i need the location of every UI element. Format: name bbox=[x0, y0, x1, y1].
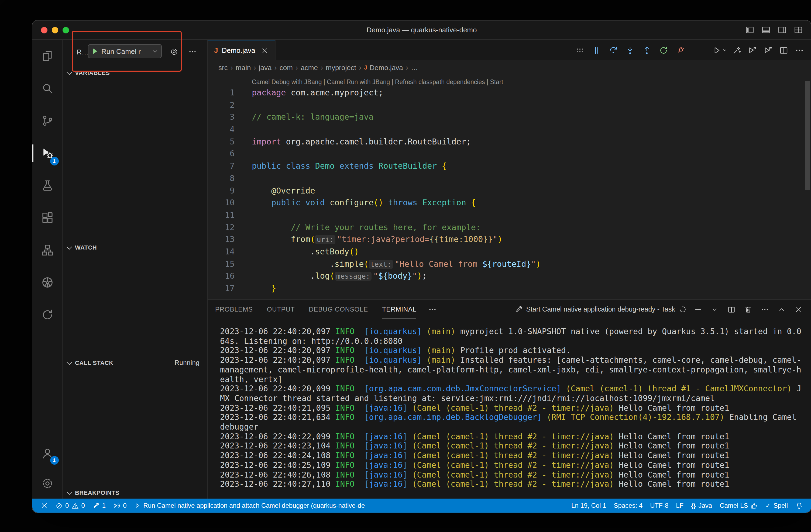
close-tab-icon[interactable] bbox=[261, 47, 269, 54]
toolbar-drag-handle[interactable] bbox=[572, 43, 587, 58]
encoding-status[interactable]: UTF-8 bbox=[646, 499, 672, 513]
notifications-button[interactable] bbox=[792, 499, 807, 513]
section-breakpoints[interactable]: BREAKPOINTS bbox=[63, 487, 207, 499]
activitybar-search[interactable] bbox=[32, 72, 62, 105]
camel-debug-button[interactable] bbox=[761, 43, 774, 58]
activitybar-testing[interactable] bbox=[32, 169, 62, 202]
section-call-stack[interactable]: CALL STACKRunning bbox=[63, 357, 207, 369]
breadcrumb-item[interactable]: src bbox=[218, 63, 228, 72]
editor-more-actions-button[interactable] bbox=[793, 43, 806, 58]
close-window-button[interactable] bbox=[41, 27, 47, 33]
breadcrumb-item[interactable]: main bbox=[236, 63, 251, 72]
tab-demo-java[interactable]: J Demo.java bbox=[208, 40, 276, 60]
code-line[interactable]: 6 bbox=[208, 148, 811, 160]
toggle-secondary-sidebar-button[interactable] bbox=[777, 25, 787, 35]
activitybar-explorer[interactable] bbox=[32, 40, 62, 72]
maximize-panel-button[interactable] bbox=[776, 304, 787, 315]
panel-more-actions-button[interactable] bbox=[759, 304, 770, 315]
debug-settings-button[interactable] bbox=[169, 47, 179, 57]
codelens-actions[interactable]: Camel Debug with JBang | Camel Run with … bbox=[208, 74, 811, 87]
camel-ls-status[interactable]: Camel LS bbox=[716, 499, 761, 513]
code-line[interactable]: 12 // Write your routes here, for exampl… bbox=[208, 221, 811, 233]
titlebar[interactable]: Demo.java — quarkus-native-demo bbox=[32, 20, 811, 40]
customize-layout-button[interactable] bbox=[793, 25, 804, 35]
debug-config-control[interactable]: Run Camel r bbox=[88, 44, 162, 58]
restart-button[interactable] bbox=[656, 43, 671, 58]
sidebar-more-actions-button[interactable] bbox=[188, 47, 197, 57]
section-watch[interactable]: WATCH bbox=[63, 241, 207, 253]
running-tasks-status[interactable]: 1 bbox=[89, 499, 109, 513]
language-mode[interactable]: {}Java bbox=[687, 499, 716, 513]
breadcrumb-item[interactable]: JDemo.java bbox=[364, 63, 403, 72]
code-line[interactable]: 5import org.apache.camel.builder.RouteBu… bbox=[208, 136, 811, 148]
cursor-position[interactable]: Ln 19, Col 1 bbox=[568, 499, 610, 513]
terminal-task-item[interactable]: Start Camel native application debug-rea… bbox=[514, 306, 686, 313]
activitybar-kubernetes[interactable] bbox=[32, 266, 62, 299]
ports-status[interactable]: 0 bbox=[109, 499, 130, 513]
kill-terminal-button[interactable] bbox=[743, 304, 753, 315]
code-line[interactable]: 7public class Demo extends RouteBuilder … bbox=[208, 160, 811, 172]
step-over-button[interactable] bbox=[606, 43, 621, 58]
panel-tab-terminal[interactable]: TERMINAL bbox=[382, 300, 416, 319]
activitybar-run-and-debug[interactable]: 1 bbox=[32, 137, 62, 169]
code-line[interactable]: 1package com.acme.myproject; bbox=[208, 87, 811, 99]
code-line[interactable]: 11 bbox=[208, 209, 811, 221]
code-line[interactable]: 8 bbox=[208, 172, 811, 185]
spell-checker-status[interactable]: ✓Spell bbox=[762, 499, 792, 513]
editor-scrollbar[interactable] bbox=[805, 81, 810, 190]
breadcrumb-item[interactable]: myproject bbox=[326, 63, 356, 72]
panel-tab-debug-console[interactable]: DEBUG CONSOLE bbox=[309, 300, 368, 319]
remote-indicator[interactable] bbox=[37, 499, 52, 513]
step-into-button[interactable] bbox=[622, 43, 637, 58]
code-line[interactable]: 13 from(uri:"timer:java?period={{time:10… bbox=[208, 234, 811, 246]
bottom-panel: PROBLEMSOUTPUTDEBUG CONSOLETERMINAL Star… bbox=[208, 299, 811, 499]
panel-tab-output[interactable]: OUTPUT bbox=[267, 300, 295, 319]
zoom-window-button[interactable] bbox=[63, 27, 69, 33]
code-line[interactable]: 4 bbox=[208, 123, 811, 136]
accounts-button[interactable]: 1 bbox=[32, 438, 62, 468]
minimize-window-button[interactable] bbox=[52, 27, 58, 33]
breadcrumb-item[interactable]: java bbox=[259, 63, 272, 72]
section-variables[interactable]: VARIABLES bbox=[63, 67, 207, 79]
step-out-button[interactable] bbox=[639, 43, 654, 58]
panel-tab-problems[interactable]: PROBLEMS bbox=[215, 300, 253, 319]
code-line[interactable]: 3// camel-k: language=java bbox=[208, 111, 811, 123]
split-editor-button[interactable] bbox=[777, 43, 790, 58]
start-debug-icon[interactable] bbox=[91, 47, 99, 56]
settings-button[interactable] bbox=[32, 468, 62, 499]
code-line[interactable]: 2 bbox=[208, 99, 811, 111]
code-editor[interactable]: Camel Debug with JBang | Camel Run with … bbox=[208, 74, 811, 299]
panel-more-tabs-button[interactable] bbox=[427, 304, 438, 315]
terminal-profile-dropdown[interactable] bbox=[709, 304, 720, 315]
accounts-badge: 1 bbox=[50, 456, 59, 465]
toggle-panel-button[interactable] bbox=[760, 25, 771, 35]
code-line[interactable]: 16 .log(message:"${body}"); bbox=[208, 270, 811, 282]
activitybar-openshift[interactable] bbox=[32, 299, 62, 331]
breadcrumb-item[interactable]: acme bbox=[301, 63, 318, 72]
run-java-button[interactable] bbox=[712, 43, 728, 58]
new-terminal-button[interactable] bbox=[692, 304, 703, 315]
camel-run-button[interactable] bbox=[746, 43, 759, 58]
activitybar-hierarchy[interactable] bbox=[32, 234, 62, 266]
wand-action-button[interactable] bbox=[730, 43, 743, 58]
close-panel-button[interactable] bbox=[793, 304, 804, 315]
pause-button[interactable] bbox=[589, 43, 604, 58]
chevron-down-icon[interactable] bbox=[152, 48, 158, 55]
disconnect-button[interactable] bbox=[672, 43, 688, 58]
code-line[interactable]: 14 .setBody() bbox=[208, 246, 811, 258]
split-terminal-button[interactable] bbox=[726, 304, 737, 315]
activitybar-extensions[interactable] bbox=[32, 202, 62, 234]
breadcrumb-item[interactable]: … bbox=[411, 63, 418, 72]
problems-status[interactable]: 0 0 bbox=[52, 499, 89, 513]
debug-status-message[interactable]: Run Camel native application and attach … bbox=[131, 499, 369, 513]
code-line[interactable]: 17 } bbox=[208, 282, 811, 295]
terminal-output[interactable]: 2023-12-06 22:40:20,097 INFO [io.quarkus… bbox=[208, 319, 811, 499]
code-line[interactable]: 10 public void configure() throws Except… bbox=[208, 197, 811, 209]
code-line[interactable]: 15 .simple(text:"Hello Camel from ${rout… bbox=[208, 258, 811, 270]
indentation-status[interactable]: Spaces: 4 bbox=[610, 499, 646, 513]
toggle-primary-sidebar-button[interactable] bbox=[744, 25, 755, 35]
activitybar-source-control[interactable] bbox=[32, 105, 62, 137]
code-line[interactable]: 9 @Override bbox=[208, 185, 811, 197]
breadcrumb-item[interactable]: com bbox=[279, 63, 293, 72]
eol-status[interactable]: LF bbox=[672, 499, 687, 513]
